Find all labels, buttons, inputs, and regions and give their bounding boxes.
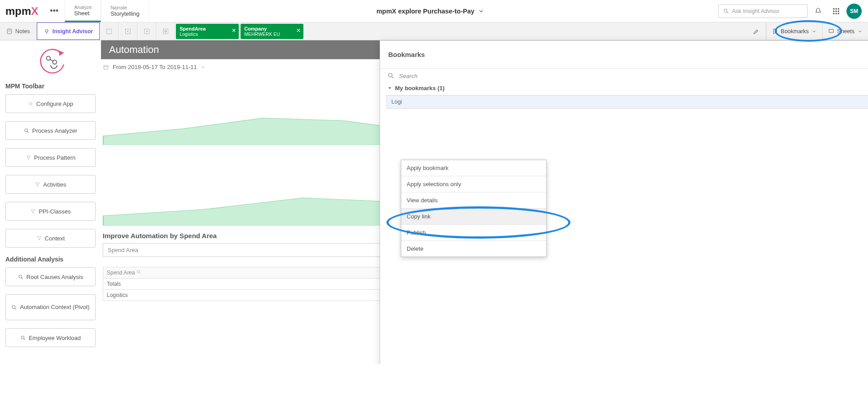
ctx-publish[interactable]: Publish — [401, 225, 546, 241]
search-icon — [723, 8, 729, 14]
bookmarks-label: Bookmarks — [781, 28, 809, 35]
cog-icon — [28, 101, 34, 107]
chevron-down-icon — [857, 29, 863, 34]
filter-name: Company — [244, 26, 280, 31]
svg-point-0 — [724, 9, 727, 12]
chevron-down-icon — [811, 29, 817, 34]
tab-analyze[interactable]: Analyze Sheet — [65, 0, 101, 22]
caret-down-icon — [387, 86, 392, 91]
mpm-logo-graphic — [5, 45, 96, 76]
svg-rect-10 — [838, 13, 839, 14]
chevron-down-icon — [478, 8, 484, 14]
svg-rect-16 — [106, 29, 111, 34]
insight-search[interactable]: Ask Insight Advisor — [718, 4, 808, 18]
secondbar-right: Bookmarks Sheets — [747, 22, 868, 40]
sidebar-process-pattern[interactable]: Process Pattern — [5, 148, 96, 167]
col-label: Spend Area — [107, 270, 135, 276]
bell-button[interactable] — [811, 4, 826, 19]
ctx-label: Delete — [407, 245, 424, 252]
svg-point-33 — [21, 336, 24, 339]
grid-icon — [832, 7, 840, 15]
sidebar-process-analyzer[interactable]: Process Analyzer — [5, 121, 96, 140]
tab-narrate[interactable]: Narrate Storytelling — [101, 0, 149, 22]
tab-narrate-big: Storytelling — [110, 10, 139, 17]
sidebar-context[interactable]: Context — [5, 229, 96, 248]
sel-tool-3[interactable] — [137, 22, 156, 40]
sidebar-ppi-classes[interactable]: PPI-Classes — [5, 202, 96, 221]
sheets-label: Sheets — [837, 28, 855, 35]
svg-point-20 — [165, 31, 167, 32]
svg-rect-5 — [833, 10, 834, 12]
user-avatar[interactable]: SM — [846, 4, 862, 19]
svg-point-31 — [12, 305, 15, 309]
sel-tool-1[interactable] — [100, 22, 118, 40]
sel-tool-2[interactable] — [118, 22, 137, 40]
svg-marker-22 — [58, 50, 64, 56]
sel-tool-4[interactable] — [156, 22, 175, 40]
tab-analyze-small: Analyze — [74, 4, 92, 10]
sidebar-automation-context[interactable]: Automation Context (Pivot) — [5, 294, 96, 320]
sidebar-root-causes[interactable]: Root Causes Analysis — [5, 267, 96, 286]
svg-point-27 — [25, 129, 28, 132]
search-icon — [136, 270, 141, 275]
insight-advisor-button[interactable]: Insight Advisor — [37, 22, 100, 40]
search-icon — [387, 72, 395, 79]
ctx-apply-selections[interactable]: Apply selections only — [401, 176, 546, 192]
app-title[interactable]: mpmX explore Purchase-to-Pay — [149, 0, 712, 22]
tab-narrate-small: Narrate — [110, 5, 139, 10]
filter-spendarea[interactable]: SpendArea Logistics ✕ — [176, 24, 239, 39]
top-bar: mpmX ••• Analyze Sheet Narrate Storytell… — [0, 0, 868, 22]
apps-button[interactable] — [829, 4, 844, 19]
ctx-delete[interactable]: Delete — [401, 241, 546, 257]
col-spendarea[interactable]: Spend Area — [103, 267, 403, 279]
btn-label: Employee Workload — [29, 335, 81, 341]
svg-line-34 — [24, 339, 25, 340]
svg-rect-2 — [833, 8, 834, 9]
bookmarks-header: Bookmarks Create new bookmark — [380, 41, 868, 69]
sidebar-employee-workload[interactable]: Employee Workload — [5, 328, 96, 347]
bell-icon — [814, 7, 822, 15]
btn-label: Configure App — [36, 100, 73, 107]
bulb-icon — [44, 28, 50, 35]
bookmarks-button[interactable]: Bookmarks — [766, 22, 823, 40]
bookmark-icon — [772, 28, 778, 35]
filter-icon — [35, 182, 40, 187]
sheets-button[interactable]: Sheets — [822, 22, 868, 40]
ctx-copy-link[interactable]: Copy link — [401, 209, 546, 225]
bookmark-group-toggle[interactable]: My bookmarks (1) — [380, 83, 868, 95]
app-menu-button[interactable]: ••• — [44, 0, 65, 22]
svg-point-39 — [389, 74, 392, 77]
close-icon[interactable]: ✕ — [296, 27, 301, 34]
svg-point-37 — [137, 270, 140, 273]
svg-line-30 — [22, 278, 23, 279]
filter-company[interactable]: Company MEHRWERK EU ✕ — [241, 24, 303, 39]
svg-point-14 — [45, 29, 48, 32]
search-icon — [18, 274, 24, 280]
btn-label: Activities — [43, 181, 66, 188]
selection-clear-icon — [162, 28, 169, 35]
svg-rect-3 — [836, 8, 837, 9]
bookmark-search[interactable]: Search — [380, 69, 868, 83]
cell: Totals — [103, 279, 403, 290]
edit-button[interactable] — [747, 22, 766, 40]
search-placeholder: Search — [399, 73, 417, 79]
page-title: Automation — [109, 44, 159, 56]
ctx-apply-bookmark[interactable]: Apply bookmark — [401, 160, 546, 176]
process-icon — [35, 45, 66, 76]
svg-line-28 — [27, 131, 29, 133]
app-logo: mpmX — [0, 0, 44, 22]
close-icon[interactable]: ✕ — [232, 27, 236, 34]
spend-area-label: Spend Area — [108, 247, 138, 253]
selections-bar: Notes Insight Advisor SpendArea Logistic… — [0, 22, 868, 40]
filter-name: SpendArea — [180, 26, 206, 31]
sidebar-configure-app[interactable]: Configure App — [5, 94, 96, 113]
filter-value: Logistics — [180, 31, 206, 37]
notes-button[interactable]: Notes — [0, 22, 37, 40]
svg-rect-8 — [833, 13, 834, 14]
bookmark-row[interactable]: Logi 12/1/2023 — [386, 95, 868, 109]
svg-rect-18 — [144, 29, 149, 34]
sidebar-activities[interactable]: Activities — [5, 175, 96, 194]
ctx-view-details[interactable]: View details — [401, 192, 546, 209]
search-icon — [24, 128, 30, 134]
selection-icon — [105, 28, 113, 35]
